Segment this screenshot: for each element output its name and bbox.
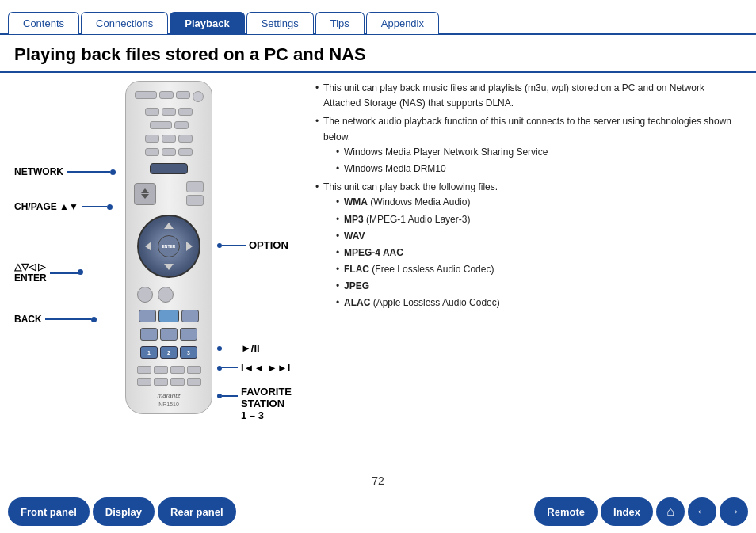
play-pause-label: ►/II <box>217 342 260 354</box>
page-title: Playing back files stored on a PC and NA… <box>0 35 756 73</box>
sub-bullet-wma: WMA (Windows Media Audio) <box>336 195 742 210</box>
tab-settings[interactable]: Settings <box>246 12 314 34</box>
home-icon: ⌂ <box>666 504 674 519</box>
back-nav-button[interactable]: ← <box>688 497 716 526</box>
chpage-label: CH/PAGE ▲▼ <box>14 201 113 212</box>
tab-playback[interactable]: Playback <box>170 12 244 34</box>
enter-label: △▽◁ ▷ ENTER <box>14 261 83 284</box>
tab-appendix[interactable]: Appendix <box>366 12 439 34</box>
index-button[interactable]: Index <box>601 497 653 526</box>
forward-nav-button[interactable]: → <box>720 497 748 526</box>
remote-diagram: NETWORK CH/PAGE ▲▼ △▽◁ ▷ ENTER <box>14 81 300 479</box>
rear-panel-button[interactable]: Rear panel <box>158 497 235 526</box>
home-button[interactable]: ⌂ <box>656 497 685 526</box>
display-button[interactable]: Display <box>93 497 155 526</box>
favorite-station-label: FAVORITE STATION 1 – 3 <box>217 386 292 421</box>
tab-tips[interactable]: Tips <box>315 12 365 34</box>
option-label: OPTION <box>217 239 288 251</box>
back-label: BACK <box>14 314 97 325</box>
skip-label: I◄◄ ►►I <box>217 362 290 374</box>
remote-button[interactable]: Remote <box>534 497 598 526</box>
sub-bullet-drm: Windows Media DRM10 <box>336 162 742 177</box>
bullet-network: The network audio playback function of t… <box>315 114 742 177</box>
network-label: NETWORK <box>14 166 116 177</box>
sub-bullet-aac: MPEG-4 AAC <box>336 246 742 261</box>
arrow-right-icon: → <box>727 504 740 519</box>
sub-bullet-wmpss: Windows Media Player Network Sharing Ser… <box>336 145 742 160</box>
sub-bullet-jpeg: JPEG <box>336 279 742 294</box>
front-panel-button[interactable]: Front panel <box>8 497 90 526</box>
nav-tabs: Contents Connections Playback Settings T… <box>0 0 756 35</box>
sub-bullet-alac: ALAC (Apple Lossless Audio Codec) <box>336 295 742 310</box>
sub-bullet-wav: WAV <box>336 229 742 244</box>
sub-bullet-mp3: MP3 (MPEG-1 Audio Layer-3) <box>336 212 742 227</box>
bottom-nav: Front panel Display Rear panel Remote In… <box>0 490 756 533</box>
bullet-files: This unit can play back the following fi… <box>315 180 742 311</box>
page-number: 72 <box>372 474 384 487</box>
content-area: This unit can play back music files and … <box>300 81 742 479</box>
main-content: NETWORK CH/PAGE ▲▼ △▽◁ ▷ ENTER <box>0 73 756 487</box>
bullet-dlna: This unit can play back music files and … <box>315 81 742 111</box>
tab-connections[interactable]: Connections <box>81 12 168 34</box>
sub-bullet-flac: FLAC (Free Lossless Audio Codec) <box>336 262 742 277</box>
tab-contents[interactable]: Contents <box>8 12 79 34</box>
arrow-left-icon: ← <box>696 504 708 519</box>
remote-body: ENTER <box>125 81 212 414</box>
